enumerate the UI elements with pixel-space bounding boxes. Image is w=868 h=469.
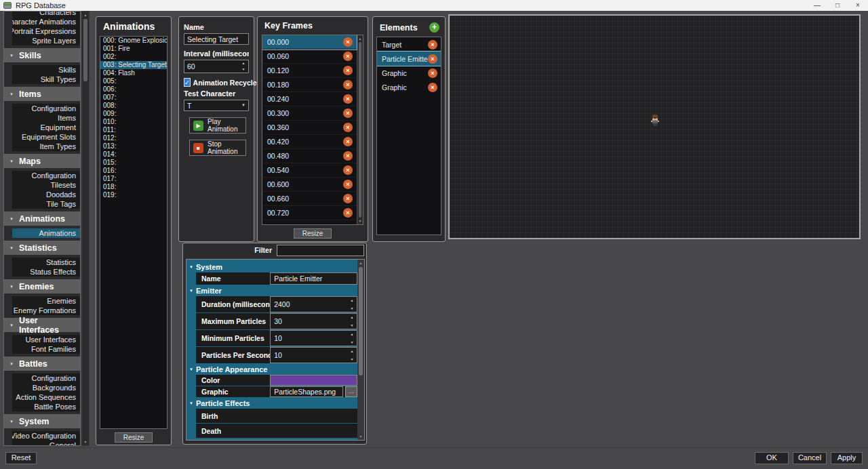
spin-down-icon[interactable]: ▼ — [239, 68, 248, 71]
add-element-button[interactable]: + — [429, 22, 439, 33]
sidebar-entry[interactable]: ▼ Status Effects — [12, 267, 80, 277]
animation-list-item[interactable]: 008: — [100, 102, 167, 110]
section-collapse-icon[interactable]: ▼ — [186, 367, 196, 371]
spin-up-icon[interactable]: ▲ — [348, 333, 356, 336]
sidebar-entry[interactable]: ▼ Configuration — [12, 171, 80, 180]
browse-button[interactable]: ... — [345, 386, 357, 397]
spin-down-icon[interactable]: ▼ — [348, 358, 356, 361]
scroll-up-icon[interactable]: ▲ — [357, 260, 364, 266]
animation-list-item[interactable]: 014: — [100, 150, 167, 159]
scroll-down-icon[interactable]: ▼ — [357, 218, 363, 224]
animation-list-item[interactable]: 010: — [100, 118, 167, 126]
ok-button[interactable]: OK — [755, 452, 789, 464]
keyframe-row[interactable]: 00.000 × — [262, 35, 357, 49]
delete-keyframe-button[interactable]: × — [343, 180, 353, 189]
property-row[interactable]: ▼ Birth ▲ ▼ — [196, 409, 357, 423]
spin-up-icon[interactable]: ▲ — [348, 299, 356, 302]
sidebar-entry[interactable]: ▼ Items — [4, 87, 80, 101]
delete-keyframe-button[interactable]: × — [343, 194, 353, 203]
sidebar-entry[interactable]: ▼ Sprite Layers — [12, 36, 80, 45]
delete-element-button[interactable]: × — [428, 83, 437, 92]
delete-keyframe-button[interactable]: × — [343, 137, 353, 146]
sidebar-entry[interactable]: ▼ Tilesets — [12, 180, 80, 190]
sidebar-entry[interactable]: ▼ Character Animations — [12, 17, 80, 26]
sidebar-entry[interactable]: ▼ Battle Poses — [12, 402, 80, 411]
keyframes-resize-button[interactable]: Resize — [294, 228, 332, 239]
property-input[interactable]: 10 — [270, 330, 357, 346]
spin-down-icon[interactable]: ▼ — [348, 324, 356, 327]
animation-list-item[interactable]: 003: Selecting Target — [100, 61, 167, 69]
animation-list-item[interactable]: 019: — [100, 191, 167, 199]
animation-list-item[interactable]: 011: — [100, 126, 167, 134]
element-row[interactable]: Graphic × — [377, 66, 441, 80]
spin-up-icon[interactable]: ▲ — [348, 350, 356, 353]
properties-scrollbar[interactable]: ▲ ▼ — [357, 260, 364, 440]
sidebar-entry[interactable]: ▼ Skill Types — [12, 75, 80, 84]
sidebar-entry[interactable]: ▼ Configuration — [12, 373, 80, 383]
sidebar-entry[interactable]: ▼ Equipment Slots — [12, 132, 80, 142]
sidebar-entry[interactable]: ▼ Animations — [4, 211, 80, 226]
animation-list-item[interactable]: 005: — [100, 77, 167, 85]
delete-keyframe-button[interactable]: × — [343, 108, 353, 118]
sidebar-entry[interactable]: ▼ System — [4, 414, 80, 428]
sidebar-entry[interactable]: ▼ Animations — [12, 228, 80, 238]
animation-list-item[interactable]: 007: — [100, 94, 167, 102]
property-row[interactable]: ▼ Particle Effects ▲ ▼ — [186, 398, 357, 408]
sidebar-entry[interactable]: ▼ Battles — [4, 356, 80, 371]
animation-list-item[interactable]: 001: Fire — [100, 45, 167, 53]
sidebar-entry[interactable]: ▼ Doodads — [12, 190, 80, 199]
element-row[interactable]: Graphic × — [377, 80, 441, 94]
property-input[interactable]: 30 — [270, 313, 357, 329]
keyframe-row[interactable]: 00.120 × — [262, 64, 357, 78]
animations-resize-button[interactable]: Resize — [115, 432, 153, 443]
property-row[interactable]: ▼ System ▲ ▼ — [186, 262, 357, 272]
spin-up-icon[interactable]: ▲ — [348, 316, 356, 319]
apply-button[interactable]: Apply — [831, 452, 863, 464]
sidebar-entry[interactable]: ▼ Font Families — [12, 344, 80, 354]
element-row[interactable]: Particle Emitter × — [377, 52, 441, 66]
property-row[interactable]: ▼ Duration (milliseconds) 2400 ▲ ▼ — [196, 296, 357, 312]
delete-keyframe-button[interactable]: × — [343, 52, 353, 61]
property-row[interactable]: ▼ Minimum Particles 10 ▲ ▼ — [196, 330, 357, 346]
sidebar-entry[interactable]: ▼ Video Configuration — [12, 431, 80, 441]
spin-up-icon[interactable]: ▲ — [239, 62, 248, 65]
animation-list-item[interactable]: 012: — [100, 134, 167, 142]
play-animation-button[interactable]: ▶ Play Animation — [189, 117, 246, 134]
scrollbar-thumb[interactable] — [83, 19, 87, 81]
property-row[interactable]: ▼ Particles Per Second 10 ▲ ▼ — [196, 347, 357, 363]
sidebar-entry[interactable]: ▼ Characters — [12, 11, 80, 17]
animation-recycle-checkbox[interactable]: ✓ — [184, 78, 191, 87]
scroll-down-icon[interactable]: ▼ — [357, 433, 364, 440]
property-input[interactable]: ParticleShapes.png — [270, 386, 343, 397]
animation-list-item[interactable]: 009: — [100, 110, 167, 118]
property-row[interactable]: ▼ Emitter ▲ ▼ — [186, 285, 357, 295]
delete-keyframe-button[interactable]: × — [343, 151, 353, 161]
sidebar-entry[interactable]: ▼ Equipment — [12, 123, 80, 132]
delete-element-button[interactable]: × — [428, 68, 437, 78]
keyframe-row[interactable]: 00.600 × — [262, 178, 357, 192]
delete-keyframe-button[interactable]: × — [343, 123, 353, 132]
keyframe-row[interactable]: 00.240 × — [262, 92, 357, 106]
animation-list-item[interactable]: 002: — [100, 53, 167, 61]
sidebar-entry[interactable]: ▼ Maps — [4, 154, 80, 168]
animation-list-item[interactable]: 004: Flash — [100, 69, 167, 77]
animation-list-item[interactable]: 000: Gnome Explosion — [100, 37, 167, 45]
element-row[interactable]: Target × — [377, 37, 441, 52]
animation-name-input[interactable]: Selecting Target — [184, 33, 249, 45]
property-input[interactable]: Particle Emitter — [270, 272, 357, 285]
sidebar-entry[interactable]: ▼ Item Types — [12, 142, 80, 151]
animation-list-item[interactable]: 018: — [100, 183, 167, 191]
sidebar-entry[interactable]: ▼ Configuration — [12, 104, 80, 113]
sidebar-entry[interactable]: ▼ Skills — [4, 48, 80, 62]
interval-spinner[interactable]: 60 ▲ ▼ — [184, 60, 249, 73]
reset-button[interactable]: Reset — [5, 452, 37, 464]
keyframe-row[interactable]: 00.660 × — [262, 192, 357, 206]
property-row[interactable]: ▼ Death ▲ ▼ — [196, 424, 357, 438]
delete-element-button[interactable]: × — [428, 54, 437, 64]
delete-keyframe-button[interactable]: × — [343, 80, 353, 89]
sidebar-entry[interactable]: ▼ General — [12, 441, 80, 446]
keyframe-row[interactable]: 00.480 × — [262, 149, 357, 163]
sidebar-entry[interactable]: ▼ Statistics — [12, 258, 80, 267]
keyframe-row[interactable]: 00.540 × — [262, 163, 357, 178]
sidebar-entry[interactable]: ▼ Tile Tags — [12, 199, 80, 209]
